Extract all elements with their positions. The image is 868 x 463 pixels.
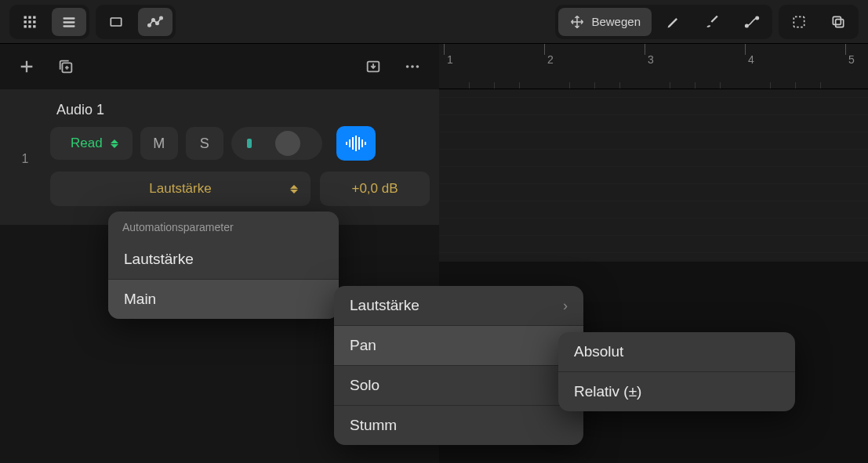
track-number: 1 (9, 99, 41, 166)
svg-rect-10 (64, 21, 75, 24)
track-content: Audio 1 Read M S (50, 99, 430, 206)
menu-header: Automationsparameter (108, 212, 339, 240)
svg-rect-29 (352, 137, 354, 150)
svg-point-25 (411, 65, 414, 68)
svg-point-14 (152, 18, 154, 20)
automation-mode-button[interactable] (138, 8, 173, 36)
read-label: Read (71, 136, 103, 151)
svg-rect-3 (24, 20, 27, 23)
ruler-label: 2 (547, 53, 554, 66)
mute-button[interactable]: M (140, 127, 178, 160)
svg-rect-19 (794, 16, 804, 27)
svg-rect-32 (361, 139, 363, 147)
pan-submenu: AbsolutRelativ (±) (558, 332, 795, 411)
svg-point-16 (160, 16, 162, 19)
svg-rect-4 (28, 20, 31, 23)
top-toolbar: Bewegen (0, 0, 868, 44)
pencil-tool-button[interactable] (656, 8, 691, 36)
menu-item-label: Absolut (574, 343, 623, 360)
svg-rect-2 (33, 16, 35, 18)
menu-item[interactable]: Lautstärke (108, 240, 339, 279)
svg-rect-6 (24, 25, 27, 27)
view-group (9, 5, 89, 39)
ruler[interactable]: 12345 (439, 44, 868, 89)
menu-item-label: Lautstärke (124, 251, 194, 268)
svg-rect-5 (33, 20, 35, 23)
curve-tool-button[interactable] (735, 8, 769, 36)
menu-item[interactable]: Relativ (±) (558, 372, 795, 411)
svg-rect-33 (365, 142, 366, 145)
main-submenu: Lautstärke›PanSoloStumm (334, 286, 583, 445)
select-region-button[interactable] (782, 8, 816, 36)
copy-button[interactable] (821, 8, 855, 36)
svg-point-18 (756, 16, 758, 19)
menu-item[interactable]: Stumm (334, 406, 583, 445)
svg-rect-21 (833, 16, 841, 24)
svg-rect-30 (355, 136, 357, 151)
parameter-select[interactable]: Lautstärke (50, 172, 311, 206)
svg-rect-8 (33, 25, 35, 27)
svg-rect-28 (349, 139, 350, 147)
menu-item-label: Pan (350, 337, 376, 354)
track-row: 1 Audio 1 Read M S (9, 99, 430, 206)
brush-tool-button[interactable] (695, 8, 730, 36)
duplicate-track-button[interactable] (53, 54, 78, 79)
svg-rect-27 (346, 142, 347, 145)
parameter-row: Lautstärke +0,0 dB (50, 172, 430, 206)
svg-rect-7 (28, 25, 31, 27)
svg-point-13 (148, 24, 151, 26)
automation-parameter-menu: Automationsparameter LautstärkeMain (108, 212, 339, 319)
track-area: 1 Audio 1 Read M S (0, 89, 439, 225)
clipboard-group (779, 5, 859, 39)
list-view-button[interactable] (52, 8, 86, 36)
parameter-value[interactable]: +0,0 dB (320, 172, 430, 206)
solo-button[interactable]: S (186, 127, 223, 160)
move-tool-label: Bewegen (591, 15, 641, 28)
svg-rect-1 (28, 16, 31, 18)
menu-item-label: Stumm (350, 417, 397, 434)
svg-point-24 (406, 65, 409, 68)
more-options-button[interactable] (400, 54, 425, 79)
grid-view-button[interactable] (13, 8, 47, 36)
updown-icon (290, 185, 298, 194)
menu-item[interactable]: Solo (334, 366, 583, 405)
track-list-header (0, 44, 439, 89)
menu-item[interactable]: Absolut (558, 332, 795, 371)
add-track-button[interactable] (14, 54, 39, 79)
ruler-label: 1 (447, 53, 453, 66)
menu-item-label: Lautstärke (350, 297, 419, 314)
svg-point-17 (746, 24, 748, 27)
timeline-body[interactable] (439, 89, 868, 262)
track-controls: Read M S (50, 126, 430, 161)
rectangle-mode-button[interactable] (99, 8, 133, 36)
move-tool-button[interactable]: Bewegen (558, 8, 652, 36)
ruler-label: 4 (748, 53, 754, 66)
svg-rect-20 (836, 19, 844, 27)
menu-item[interactable]: Pan (334, 326, 583, 365)
ruler-label: 3 (648, 53, 654, 66)
automation-read-button[interactable]: Read (50, 127, 133, 160)
parameter-name: Lautstärke (149, 181, 211, 197)
svg-rect-12 (111, 18, 121, 26)
updown-icon (111, 139, 118, 148)
menu-item[interactable]: Main (108, 280, 339, 319)
svg-rect-11 (64, 25, 75, 27)
svg-rect-31 (358, 137, 360, 150)
track-name[interactable]: Audio 1 (50, 99, 430, 126)
svg-rect-0 (24, 16, 27, 18)
svg-rect-9 (64, 17, 75, 20)
slider-indicator (247, 139, 252, 148)
slider-knob[interactable] (275, 131, 300, 156)
volume-slider[interactable] (231, 127, 322, 160)
ruler-label: 5 (848, 53, 855, 66)
menu-item[interactable]: Lautstärke› (334, 286, 583, 325)
tool-group: Bewegen (555, 5, 772, 39)
chevron-right-icon: › (563, 298, 568, 314)
svg-point-26 (416, 65, 419, 68)
import-button[interactable] (361, 54, 386, 79)
waveform-button[interactable] (336, 126, 376, 161)
menu-item-label: Solo (350, 377, 380, 394)
menu-item-label: Main (124, 291, 156, 308)
menu-item-label: Relativ (±) (574, 383, 641, 400)
mode-group (96, 5, 176, 39)
